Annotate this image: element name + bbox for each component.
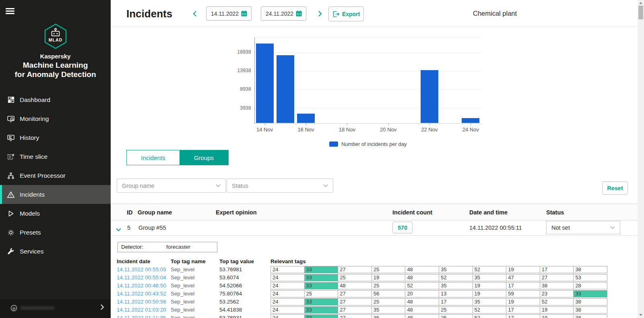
services-icon: [7, 247, 15, 256]
incident-date-link[interactable]: 14.11.2022 00:43:52: [117, 291, 166, 297]
column-header-group-name: Group name: [138, 204, 172, 221]
relevant-tag-cell: 17: [540, 266, 574, 273]
presets-icon: [7, 229, 15, 237]
view-tabs: Incidents Groups: [126, 150, 229, 165]
collapse-group-chevron-icon[interactable]: [116, 226, 121, 233]
history-icon: [7, 134, 15, 142]
sidebar-item-incidents[interactable]: Incidents: [0, 185, 111, 204]
top-tag-name: Sep_level: [171, 291, 194, 297]
sidebar-item-presets[interactable]: Presets: [0, 223, 111, 242]
chart-y-tick-label: 18938: [225, 49, 251, 55]
top-tag-name: Sep_level: [171, 315, 194, 318]
relevant-tag-cell: 48: [405, 306, 439, 314]
sidebar-item-event-processor[interactable]: Event Processor: [0, 166, 111, 185]
relevant-tag-cell: 48: [405, 274, 439, 281]
legend-swatch: [329, 141, 338, 147]
relevant-tag-cell: 35: [372, 314, 406, 318]
incident-date-link[interactable]: 14.11.2022 00:55:04: [117, 274, 166, 281]
incident-date-link[interactable]: 14.11.2022 01:11:35: [117, 315, 166, 318]
sidebar-item-monitoring[interactable]: Monitoring: [0, 109, 111, 128]
relevant-tag-cell: 27: [338, 266, 372, 273]
chart-bar: [277, 55, 294, 123]
incidents-icon: [7, 191, 15, 199]
scrollbar-down-arrow-icon[interactable]: [639, 314, 642, 316]
export-button[interactable]: Export: [328, 6, 364, 21]
detector-box: Detector: forecaster: [118, 242, 217, 252]
top-tag-value: 53.2562: [219, 299, 239, 305]
svg-text:MLAD: MLAD: [48, 37, 62, 42]
scrollbar-thumb[interactable]: [638, 6, 643, 19]
chevron-down-icon: [323, 184, 328, 187]
relevant-tag-cell: 23: [540, 290, 574, 297]
relevant-tag-cell: 47: [506, 274, 540, 281]
incident-date-link[interactable]: 14.11.2022 00:55:05: [117, 266, 166, 272]
incident-date-link[interactable]: 14.11.2022 00:46:50: [117, 283, 166, 289]
chart-x-tick-label: 22 Nov: [413, 127, 446, 133]
event-processor-icon: [7, 172, 15, 180]
relevant-tag-cell: 27: [338, 314, 372, 318]
chevron-down-icon: [216, 184, 221, 187]
relevant-tag-cell: 25: [304, 290, 339, 297]
relevant-tag-cell: 52: [540, 298, 574, 306]
sidebar-item-history[interactable]: History: [0, 128, 111, 147]
group-name-filter-placeholder: Group name: [122, 183, 155, 189]
tab-incidents[interactable]: Incidents: [127, 150, 180, 165]
calendar-icon[interactable]: [295, 10, 302, 17]
relevant-tag-cell: 56: [372, 290, 406, 297]
relevant-tag-cell: 28: [573, 282, 607, 289]
incident-date-link[interactable]: 14.11.2022 01:03:20: [117, 307, 166, 313]
relevant-tag-cell: 48: [338, 282, 372, 289]
group-name: Group #55: [138, 224, 166, 231]
relevant-tag-cell: 20: [405, 290, 439, 297]
chart-x-tick-label: 20 Nov: [372, 127, 405, 133]
detector-label: Detector:: [121, 244, 143, 250]
date-to-input[interactable]: 24.11.2022: [261, 6, 306, 21]
scrollbar-up-arrow-icon[interactable]: [639, 2, 642, 4]
vertical-scrollbar[interactable]: [638, 0, 644, 318]
sidebar-item-models[interactable]: Models: [0, 204, 111, 223]
relevant-tag-cell: 24: [270, 290, 305, 297]
hamburger-menu-icon[interactable]: [6, 8, 14, 15]
chart-bar: [421, 70, 438, 123]
sidebar-item-time-slice[interactable]: Time slice: [0, 147, 111, 166]
detail-column-header-top-tag-value: Top tag value: [219, 258, 254, 264]
top-tag-value: 53.6074: [219, 274, 239, 281]
relevant-tag-cell: 24: [270, 274, 305, 281]
incident-count-badge[interactable]: 570: [392, 222, 413, 233]
group-name-filter-select[interactable]: Group name: [117, 179, 226, 193]
top-tag-value: 53.76931: [219, 315, 242, 318]
incident-date-link[interactable]: 14.11.2022 00:50:56: [117, 299, 166, 305]
top-tag-name: Sep_level: [171, 307, 194, 313]
tab-groups[interactable]: Groups: [180, 150, 228, 165]
column-header-incident-count: Incident count: [392, 204, 432, 221]
top-tag-value: 54.41838: [219, 307, 242, 313]
user-chevron-right-icon[interactable]: [101, 304, 104, 310]
date-from-input[interactable]: 14.11.2022: [206, 6, 252, 21]
relevant-tag-cell: 27: [338, 290, 372, 297]
relevant-tag-cell: 27: [540, 274, 574, 281]
group-status-select[interactable]: Not set: [546, 221, 620, 234]
column-header-status: Status: [546, 204, 564, 221]
date-range-prev-button[interactable]: [192, 10, 197, 19]
relevant-tag-cell: 33: [304, 266, 339, 273]
calendar-icon[interactable]: [241, 10, 248, 17]
sidebar-item-label: Incidents: [20, 191, 45, 198]
column-header-id: ID: [127, 204, 133, 221]
user-account-bar[interactable]: @ •••••••••••••••: [0, 298, 111, 318]
relevant-tag-cell: 38: [540, 282, 574, 289]
sidebar-item-label: Services: [20, 248, 43, 255]
chart-x-tick: [306, 123, 306, 125]
sidebar-item-dashboard[interactable]: Dashboard: [0, 90, 111, 109]
chart-gridline: [255, 52, 481, 53]
relevant-tag-cell: 13: [439, 290, 473, 297]
date-range-next-button[interactable]: [318, 10, 323, 19]
detector-value: forecaster: [166, 244, 190, 250]
relevant-tag-cell: 52: [473, 266, 507, 273]
chart-y-tick-label: 8938: [225, 86, 251, 92]
sidebar-item-services[interactable]: Services: [0, 242, 111, 261]
relevant-tag-cell: 17: [439, 298, 473, 306]
sidebar-item-label: Monitoring: [20, 115, 49, 123]
relevant-tag-cell: 52: [473, 306, 507, 314]
reset-filters-button[interactable]: Reset: [602, 181, 628, 195]
status-filter-select[interactable]: Status: [227, 179, 333, 193]
